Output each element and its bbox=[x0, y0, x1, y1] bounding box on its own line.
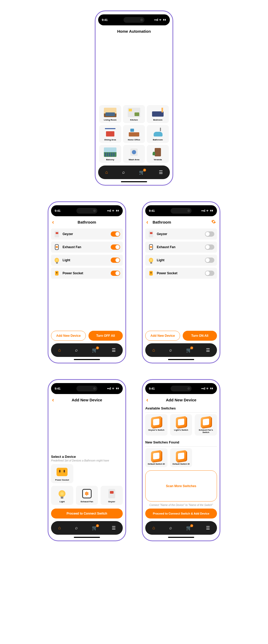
room-tile-wash[interactable]: Wash Area bbox=[123, 145, 145, 163]
nav-cart-icon[interactable]: 🛒2 bbox=[92, 525, 97, 531]
nav-menu-icon[interactable]: ☰ bbox=[206, 525, 210, 531]
status-time: 9:41 bbox=[102, 18, 108, 21]
room-illustration bbox=[128, 108, 140, 117]
back-button[interactable]: ‹ bbox=[146, 219, 148, 226]
status-bar: 9:41 ••ıl ᯤ ▮▮ bbox=[51, 205, 123, 216]
screen-bathroom-on: 9:41 ••ıl ᯤ ▮▮ ‹ Bathroom GeyzerExhaust … bbox=[48, 201, 126, 363]
screen-bathroom-off: 9:41 ••ıl ᯤ ▮▮ ‹ Bathroom GeyzerExhaust … bbox=[142, 201, 220, 363]
room-tile-living[interactable]: Living Room bbox=[99, 105, 121, 123]
status-indicators: ••ıl ᯤ ▮▮ bbox=[154, 18, 166, 22]
header: ‹ Bathroom bbox=[145, 216, 217, 227]
device-toggle[interactable] bbox=[111, 271, 120, 276]
home-indicator[interactable] bbox=[74, 537, 100, 538]
nav-search-icon[interactable]: ⌕ bbox=[169, 525, 172, 531]
status-indicators: ••ıl ᯤ ▮▮ bbox=[107, 387, 119, 390]
room-label: Living Room bbox=[104, 119, 116, 121]
switch-tile[interactable]: Light's Switch bbox=[170, 414, 192, 436]
header: ‹ Add New Device bbox=[51, 394, 123, 405]
nav-menu-icon[interactable]: ☰ bbox=[112, 525, 116, 531]
room-tile-office[interactable]: Home Office bbox=[123, 125, 145, 143]
switch-label: Default Switch ID bbox=[148, 463, 165, 465]
nav-menu-icon[interactable]: ☰ bbox=[159, 170, 163, 175]
device-row: Power Socket bbox=[145, 268, 217, 279]
device-toggle[interactable] bbox=[205, 244, 214, 250]
proceed-add-device-button[interactable]: Proceed to Connect Switch & Add Device bbox=[145, 509, 217, 518]
turn-off-all-button[interactable]: Turn OFF All bbox=[88, 331, 123, 341]
cart-badge: 2 bbox=[143, 169, 146, 172]
home-indicator[interactable] bbox=[74, 359, 100, 360]
bottom-nav: ⌂ ⌕ 🛒2 ☰ bbox=[51, 343, 123, 357]
switch-icon bbox=[175, 451, 187, 461]
connect-hint: Connect "Name of the Device" to "Name of… bbox=[145, 501, 217, 509]
device-toggle[interactable] bbox=[111, 258, 120, 263]
nav-home-icon[interactable]: ⌂ bbox=[58, 525, 61, 531]
device-row: Exhaust Fan bbox=[145, 242, 217, 253]
room-label: Dining Area bbox=[104, 139, 116, 141]
device-toggle[interactable] bbox=[205, 258, 214, 263]
home-indicator[interactable] bbox=[168, 359, 194, 360]
header: Home Automation bbox=[98, 25, 170, 36]
switch-tile[interactable]: Geyser's Switch bbox=[145, 414, 168, 436]
room-tile-balcony[interactable]: Balcony bbox=[99, 145, 121, 163]
room-tile-bath[interactable]: Bathroom bbox=[147, 125, 169, 143]
screen-home-automation: 9:41 ••ıl ᯤ ▮▮ Home Automation Living Ro… bbox=[95, 10, 173, 186]
add-new-device-button[interactable]: Add New Device bbox=[51, 331, 86, 341]
device-icon bbox=[54, 231, 60, 237]
bulb-icon bbox=[56, 488, 68, 499]
turn-on-all-button[interactable]: Turn ON All bbox=[183, 331, 217, 341]
cart-badge: 2 bbox=[190, 346, 193, 349]
switch-tile[interactable]: Exhaust Fan's Switch bbox=[195, 414, 217, 436]
device-tile-power-socket[interactable]: Power Socket bbox=[51, 464, 73, 483]
nav-search-icon[interactable]: ⌕ bbox=[122, 170, 125, 175]
home-indicator[interactable] bbox=[121, 181, 147, 182]
device-row: Light bbox=[145, 255, 217, 266]
room-tile-veranda[interactable]: Veranda bbox=[147, 145, 169, 163]
status-time: 9:41 bbox=[55, 209, 60, 212]
device-name: Power Socket bbox=[157, 271, 202, 275]
nav-cart-icon[interactable]: 🛒2 bbox=[186, 525, 192, 531]
device-toggle[interactable] bbox=[111, 244, 120, 250]
scan-more-switches-button[interactable]: Scan More Switches bbox=[145, 470, 217, 501]
nav-search-icon[interactable]: ⌕ bbox=[169, 347, 172, 353]
notch-pill bbox=[76, 386, 97, 391]
room-label: Balcony bbox=[106, 158, 114, 161]
nav-home-icon[interactable]: ⌂ bbox=[152, 347, 155, 353]
room-tile-kitchen[interactable]: Kitchen bbox=[123, 105, 145, 123]
screen-add-device: 9:41 ••ıl ᯤ ▮▮ ‹ Add New Device Select a… bbox=[48, 379, 126, 541]
back-button[interactable]: ‹ bbox=[52, 219, 54, 226]
nav-search-icon[interactable]: ⌕ bbox=[75, 347, 78, 353]
nav-menu-icon[interactable]: ☰ bbox=[112, 347, 116, 353]
back-button[interactable]: ‹ bbox=[146, 397, 148, 403]
nav-cart-icon[interactable]: 🛒2 bbox=[92, 347, 97, 353]
room-illustration bbox=[152, 108, 164, 117]
device-name: Exhaust Fan bbox=[63, 245, 108, 249]
settings-button[interactable] bbox=[211, 219, 216, 225]
back-button[interactable]: ‹ bbox=[52, 397, 54, 403]
nav-cart-icon[interactable]: 🛒2 bbox=[139, 170, 144, 175]
nav-menu-icon[interactable]: ☰ bbox=[206, 347, 210, 353]
room-label: Bathroom bbox=[153, 139, 163, 141]
device-toggle[interactable] bbox=[111, 231, 120, 237]
status-time: 9:41 bbox=[55, 387, 60, 390]
room-tile-dining[interactable]: Dining Area bbox=[99, 125, 121, 143]
home-indicator[interactable] bbox=[168, 537, 194, 538]
device-tile-geyzer[interactable]: Geyzer bbox=[100, 486, 123, 505]
room-illustration bbox=[128, 147, 140, 157]
nav-home-icon[interactable]: ⌂ bbox=[152, 525, 155, 531]
divider bbox=[145, 446, 217, 447]
nav-cart-icon[interactable]: 🛒2 bbox=[186, 347, 192, 353]
device-tile-exhaust-fan[interactable]: Exhaust Fan bbox=[76, 486, 98, 505]
device-toggle[interactable] bbox=[205, 271, 214, 276]
room-tile-bedroom[interactable]: Bedroom bbox=[147, 105, 169, 123]
switch-tile[interactable]: Default Switch ID bbox=[170, 448, 192, 467]
device-tile-light[interactable]: Light bbox=[51, 486, 73, 505]
fan-icon bbox=[81, 488, 93, 499]
add-new-device-button[interactable]: Add New Device bbox=[145, 331, 180, 341]
nav-search-icon[interactable]: ⌕ bbox=[75, 525, 78, 531]
switch-tile[interactable]: Default Switch ID bbox=[145, 448, 168, 467]
nav-home-icon[interactable]: ⌂ bbox=[58, 347, 61, 353]
nav-home-icon[interactable]: ⌂ bbox=[105, 170, 108, 175]
screen-connect-switch: 9:41 ••ıl ᯤ ▮▮ ‹ Add New Device Availabl… bbox=[142, 379, 220, 541]
proceed-connect-switch-button[interactable]: Proceed to Connect Switch bbox=[51, 509, 123, 518]
device-toggle[interactable] bbox=[205, 231, 214, 237]
